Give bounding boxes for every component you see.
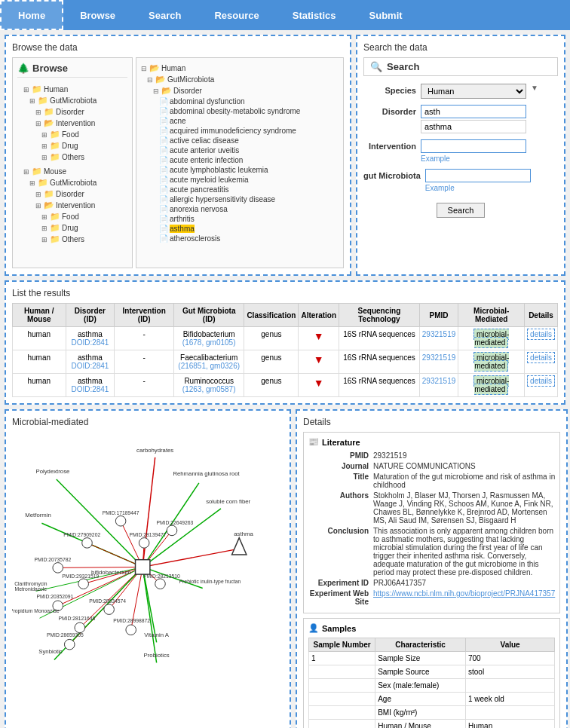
tree-label: acute anterior uveitis bbox=[170, 146, 239, 154]
lit-title-label: Title bbox=[308, 473, 369, 489]
rt-acne[interactable]: 📄 acne bbox=[141, 116, 339, 126]
gut-row: gut Microbiota Example bbox=[363, 169, 558, 192]
rt-enteric[interactable]: 📄 acute enteric infection bbox=[141, 155, 339, 165]
expand-icon: ⊞ bbox=[35, 109, 41, 116]
nav-submit[interactable]: Submit bbox=[353, 0, 419, 30]
nav-statistics[interactable]: Statistics bbox=[276, 0, 353, 30]
browse-inner: 🌲 Browse ⊞ 📁 Human ⊞ 📁 GutMicrobiota bbox=[12, 57, 344, 268]
tree-label: arthritis bbox=[170, 215, 195, 223]
gut-input-group: Example bbox=[425, 169, 531, 192]
literature-section: 📰 Literature PMID 29321519 Journal NATUR… bbox=[303, 432, 560, 613]
tree-disorder-h[interactable]: ⊞ 📁 Disorder bbox=[17, 106, 127, 118]
tree-food-h[interactable]: ⊞ 📁 Food bbox=[17, 129, 127, 140]
disorder-link[interactable]: DOID:2841 bbox=[71, 338, 109, 347]
intervention-example[interactable]: Example bbox=[421, 154, 526, 163]
lit-expweb-value[interactable]: https://www.ncbi.nlm.nih.gov/bioproject/… bbox=[373, 589, 555, 606]
pmid-link[interactable]: 29321519 bbox=[422, 330, 456, 338]
browse-panel: Browse the data 🌲 Browse ⊞ 📁 Human bbox=[5, 35, 351, 276]
microbial-tag[interactable]: microbial-mediated bbox=[473, 329, 509, 348]
tree-mouse[interactable]: ⊞ 📁 Mouse bbox=[17, 166, 127, 177]
tree-gutmicrobiota-h[interactable]: ⊞ 📁 GutMicrobiota bbox=[17, 95, 127, 106]
microbial-tag[interactable]: microbial-mediated bbox=[473, 352, 509, 372]
expand-icon: ⊟ bbox=[153, 87, 159, 95]
svg-text:PMID:28634574: PMID:28634574 bbox=[89, 598, 126, 604]
tree-gutmicrobiota-m[interactable]: ⊞ 📁 GutMicrobiota bbox=[17, 177, 127, 188]
expand-icon: ⊞ bbox=[29, 179, 35, 187]
rt-leukemia2[interactable]: 📄 acute myeloid leukemia bbox=[141, 175, 339, 185]
lit-header-label: Literature bbox=[322, 438, 360, 447]
rt-abdom-obes[interactable]: 📄 abdominal obesity-metabolic syndrome bbox=[141, 106, 339, 116]
disorder-autocomplete[interactable]: asthma bbox=[421, 120, 526, 133]
nav-search[interactable]: Search bbox=[132, 0, 198, 30]
expand-icon: ⊞ bbox=[41, 131, 48, 139]
rt-aids[interactable]: 📄 acquired immunodeficiency syndrome bbox=[141, 126, 339, 136]
rt-anorexia[interactable]: 📄 anorexia nervosa bbox=[141, 204, 339, 214]
rt-disorder[interactable]: ⊟ 📂 Disorder bbox=[141, 85, 339, 96]
rt-human[interactable]: ⊟ 📂 Human bbox=[141, 63, 339, 74]
cell-pmid: 29321519 bbox=[419, 374, 458, 397]
svg-point-32 bbox=[155, 579, 166, 589]
nav-browse[interactable]: Browse bbox=[63, 0, 132, 30]
tree-human[interactable]: ⊞ 📁 Human bbox=[17, 84, 127, 95]
disorder-link[interactable]: DOID:2841 bbox=[71, 362, 109, 370]
rt-asthma[interactable]: 📄 asthma bbox=[141, 224, 339, 234]
search-box-header: 🔍 Search bbox=[363, 57, 558, 76]
details-title: Details bbox=[303, 417, 560, 427]
expand-icon: ⊞ bbox=[35, 120, 41, 127]
cell-val: Human bbox=[466, 720, 555, 729]
results-table: Human / Mouse Disorder (ID) Intervention… bbox=[12, 303, 558, 397]
cell-intervention: - bbox=[115, 350, 174, 374]
cell-microbial: microbial-mediated bbox=[458, 327, 525, 350]
rt-atherosclerosis[interactable]: 📄 atherosclerosis bbox=[141, 234, 339, 243]
rt-allergic[interactable]: 📄 allergic hypersensitivity disease bbox=[141, 194, 339, 204]
rt-celiac[interactable]: 📄 active celiac disease bbox=[141, 136, 339, 145]
tree-others-h[interactable]: ⊞ 📁 Others bbox=[17, 151, 127, 163]
tree-disorder-m[interactable]: ⊞ 📁 Disorder bbox=[17, 188, 127, 200]
svg-line-10 bbox=[58, 567, 142, 567]
pmid-link[interactable]: 29321519 bbox=[422, 353, 456, 362]
cell-microbial: microbial-mediated bbox=[458, 350, 525, 374]
microbiota-link[interactable]: (1678, gm0105) bbox=[182, 338, 236, 347]
details-tag[interactable]: details bbox=[527, 329, 555, 340]
tree-others-m[interactable]: ⊞ 📁 Others bbox=[17, 234, 127, 245]
col-classification: Classification bbox=[244, 304, 299, 327]
tree-intervention-h[interactable]: ⊞ 📂 Intervention bbox=[17, 118, 127, 129]
species-select[interactable]: Human Mouse bbox=[421, 84, 526, 99]
nav-resource[interactable]: Resource bbox=[198, 0, 275, 30]
rt-pancreatitis[interactable]: 📄 acute pancreatitis bbox=[141, 185, 339, 194]
pmid-link[interactable]: 29321519 bbox=[422, 377, 456, 385]
rt-arthritis[interactable]: 📄 arthritis bbox=[141, 214, 339, 224]
microbial-tag[interactable]: microbial-mediated bbox=[473, 375, 509, 395]
cell-char: Human / Mouse bbox=[375, 720, 466, 729]
bottom-section: Microbial-mediated bbox=[5, 409, 565, 728]
tree-drug-m[interactable]: ⊞ 📁 Drug bbox=[17, 222, 127, 234]
search-button[interactable]: Search bbox=[437, 203, 486, 218]
tree-drug-h[interactable]: ⊞ 📁 Drug bbox=[17, 140, 127, 151]
cell-human-mouse: human bbox=[13, 374, 66, 397]
gut-input[interactable] bbox=[425, 169, 531, 182]
disorder-link[interactable]: DOID:2841 bbox=[71, 385, 109, 393]
rt-leukemia1[interactable]: 📄 acute lymphoblastic leukemia bbox=[141, 165, 339, 175]
svg-point-26 bbox=[115, 516, 126, 527]
gut-example[interactable]: Example bbox=[425, 184, 531, 192]
tree-food-m[interactable]: ⊞ 📁 Food bbox=[17, 211, 127, 222]
svg-text:PMID:29321519: PMID:29321519 bbox=[62, 574, 99, 579]
nav-home[interactable]: Home bbox=[0, 0, 63, 30]
tree-label: atherosclerosis bbox=[170, 234, 220, 243]
doc-icon: 📄 bbox=[159, 156, 168, 164]
rt-uveitis[interactable]: 📄 acute anterior uveitis bbox=[141, 145, 339, 155]
details-tag[interactable]: details bbox=[527, 352, 555, 363]
svg-text:Propidium Monoazide: Propidium Monoazide bbox=[12, 608, 60, 614]
microbiota-link[interactable]: (1263, gm0587) bbox=[182, 385, 236, 393]
tree-label: GutMicrobiota bbox=[50, 179, 97, 187]
tree-intervention-m[interactable]: ⊞ 📂 Intervention bbox=[17, 200, 127, 211]
microbiota-link[interactable]: (216851, gm0326) bbox=[178, 362, 240, 370]
rt-abdom-dys[interactable]: 📄 abdominal dysfunction bbox=[141, 96, 339, 106]
doc-icon: 📄 bbox=[159, 234, 168, 243]
svg-point-31 bbox=[78, 579, 89, 589]
rt-gut[interactable]: ⊟ 📂 GutMicrobiota bbox=[141, 74, 339, 85]
details-tag[interactable]: details bbox=[527, 375, 555, 387]
intervention-input[interactable] bbox=[421, 139, 526, 153]
tree-label: abdominal obesity-metabolic syndrome bbox=[170, 107, 300, 115]
disorder-input[interactable] bbox=[421, 105, 526, 118]
